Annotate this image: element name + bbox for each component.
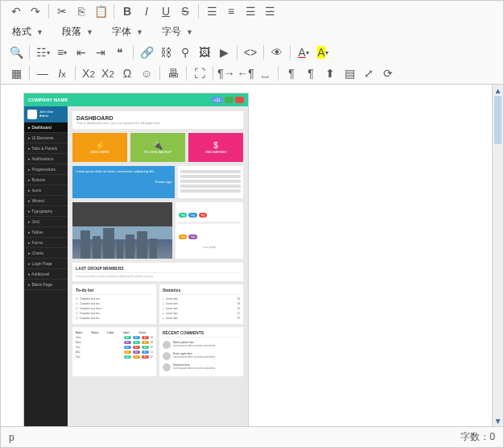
editor-content[interactable]: COMPANY NAME +21 John DoeAdmin ▸ Dashboa… [1, 85, 492, 426]
scroll-down-icon[interactable]: ▼ [493, 415, 503, 426]
fullscreen-icon[interactable]: ⛶ [191, 64, 209, 82]
ul-icon[interactable]: ☷▾ [34, 44, 52, 61]
sidebar-item: ▸ Dashboard [24, 122, 68, 133]
strike-icon[interactable]: S [176, 2, 194, 20]
upload-icon[interactable]: ⬆ [321, 64, 339, 82]
template-icon[interactable]: ⟳ [379, 64, 397, 82]
toolbar-row-4: ▦ — Ix X2 X2 Ω ☺ 🖶 ⛶ ¶→ ←¶ ⎵ ¶ ¶ ⬆ ▤ ⤢ ⟳ [1, 63, 503, 84]
sidebar-item: ▸ Notifications [24, 154, 68, 164]
align-right-icon[interactable]: ☰ [242, 2, 259, 20]
ltr-icon[interactable]: ¶→ [217, 64, 235, 82]
align-justify-icon[interactable]: ☰ [261, 2, 279, 20]
preview-icon[interactable]: 👁 [268, 44, 286, 61]
dash-header: COMPANY NAME +21 [24, 93, 248, 106]
page-subtitle: This is dashboard area, you can represen… [76, 121, 239, 125]
toolbar-row-3: 🔍 ☷▾ ≡▾ ⇤ ⇥ ❝ 🔗 ⛓ ⚲ 🖼 ▶ <> 👁 A▾ A▾ [1, 42, 503, 63]
codeview-icon[interactable]: ▤ [341, 64, 358, 82]
rtl-icon[interactable]: ←¶ [237, 64, 254, 82]
user-role: Admin [39, 114, 53, 118]
backcolor-icon[interactable]: A▾ [314, 44, 332, 61]
clearformat-icon[interactable]: Ix [53, 64, 71, 82]
carousel [72, 202, 172, 259]
specialchar-icon[interactable]: Ω [118, 64, 136, 82]
pagebreak-icon[interactable]: ⤢ [360, 64, 378, 82]
hr-icon[interactable]: — [34, 64, 52, 82]
font-label: 字体 [112, 25, 131, 39]
link-icon[interactable]: 🔗 [138, 44, 155, 61]
sidebar-item: ▸ Typography [24, 206, 68, 217]
sidebar-item: ▸ Forms [24, 238, 68, 248]
chevron-down-icon: ▼ [136, 28, 143, 36]
unlink-icon[interactable]: ⛓ [157, 44, 175, 61]
underline-icon[interactable]: U [157, 2, 175, 20]
subscript-icon[interactable]: X2 [80, 64, 97, 82]
chevron-down-icon: ▼ [86, 28, 93, 36]
side-panel-1 [178, 166, 243, 198]
scroll-thumb[interactable] [494, 96, 502, 144]
image-icon[interactable]: 🖼 [196, 44, 213, 61]
vertical-scrollbar[interactable]: ▲ ▼ [492, 85, 503, 426]
emoji-icon[interactable]: ☺ [138, 64, 155, 82]
italic-icon[interactable]: I [138, 2, 155, 20]
notice-text: Lorem ipsum dolor sit amet, consectetur … [76, 169, 171, 173]
format-label: 格式 [12, 25, 31, 39]
sidebar-item: ▸ Login Page [24, 259, 68, 269]
paste-icon[interactable]: 📋 [92, 2, 109, 20]
header-badge [235, 97, 244, 103]
stat-card: 🔌9% DISK BACKUP [130, 133, 185, 162]
align-center-icon[interactable]: ≡ [222, 2, 240, 20]
paragraph-select[interactable]: 段落▼ [57, 23, 105, 40]
forecolor-icon[interactable]: A▾ [295, 44, 312, 61]
format-select[interactable]: 格式▼ [7, 23, 56, 40]
comments-panel: RECENT COMMENTS Martin parker hereLorem … [159, 327, 243, 376]
element-path: p [9, 432, 14, 443]
stats-panel: Statistics ● Lorem item24 ● Lorem item18… [159, 284, 243, 324]
todo-item: ☐ Complete task five [76, 316, 153, 321]
data-table: NameStatusLabelLabelCountJohnlbllbllbl24… [72, 327, 156, 376]
table-icon[interactable]: ▦ [7, 64, 25, 82]
header-badge: +21 [212, 97, 223, 103]
header-badge [225, 97, 233, 103]
toolbar-row-1: ↶ ↷ ✂ ⎘ 📋 B I U S ☰ ≡ ☰ ☰ [1, 1, 503, 22]
copy-icon[interactable]: ⎘ [72, 2, 90, 20]
outdent-icon[interactable]: ⇤ [72, 44, 90, 61]
visualchars-icon[interactable]: ¶ [302, 64, 320, 82]
undo-icon[interactable]: ↶ [7, 2, 25, 20]
redo-icon[interactable]: ↷ [27, 2, 44, 20]
size-select[interactable]: 字号▼ [157, 23, 205, 40]
anchor-icon[interactable]: ⚲ [176, 44, 194, 61]
notice-box: Lorem ipsum dolor sit amet, consectetur … [72, 166, 175, 198]
activity-header: LAST GROUP MEMBERS [76, 266, 240, 273]
embedded-image[interactable]: COMPANY NAME +21 John DoeAdmin ▸ Dashboa… [23, 93, 249, 426]
find-icon[interactable]: 🔍 [7, 44, 25, 61]
sidebar-item: ▸ Icons [24, 185, 68, 196]
ol-icon[interactable]: ≡▾ [53, 44, 71, 61]
indent-icon[interactable]: ⇥ [92, 44, 109, 61]
stat-card: $2500 EARNED [188, 133, 243, 162]
paragraph-label: 段落 [62, 25, 81, 39]
word-count: 字数：0 [461, 430, 495, 444]
font-select[interactable]: 字体▼ [107, 23, 155, 40]
quote-icon[interactable]: ❝ [111, 44, 129, 61]
showblocks-icon[interactable]: ¶ [283, 64, 300, 82]
scroll-up-icon[interactable]: ▲ [493, 85, 503, 96]
size-label: 字号 [162, 25, 181, 39]
sidebar-item: ▸ Charts [24, 248, 68, 259]
superscript-icon[interactable]: X2 [99, 64, 117, 82]
chevron-down-icon: ▼ [186, 28, 193, 36]
cut-icon[interactable]: ✂ [53, 2, 71, 20]
bold-icon[interactable]: B [118, 2, 136, 20]
align-left-icon[interactable]: ☰ [203, 2, 221, 20]
notice-meta: 3 hours ago [76, 180, 171, 184]
print-icon[interactable]: 🖶 [164, 64, 182, 82]
nbsp-icon[interactable]: ⎵ [256, 64, 274, 82]
media-icon[interactable]: ▶ [215, 44, 233, 61]
sidebar-item: ▸ Tabs & Panels [24, 143, 68, 154]
avatar [27, 110, 37, 119]
comment-item: Kevin again hereLorem ipsum dolor sit am… [163, 351, 240, 362]
sidebar-item: ▸ Grid [24, 217, 68, 227]
code-icon[interactable]: <> [242, 44, 259, 61]
comment-item: Martin parker hereLorem ipsum dolor sit … [163, 339, 240, 351]
dash-main: DASHBOARD This is dashboard area, you ca… [68, 106, 248, 426]
todo-panel: To-do list ☐ Complete task one☐ Complete… [72, 284, 156, 324]
